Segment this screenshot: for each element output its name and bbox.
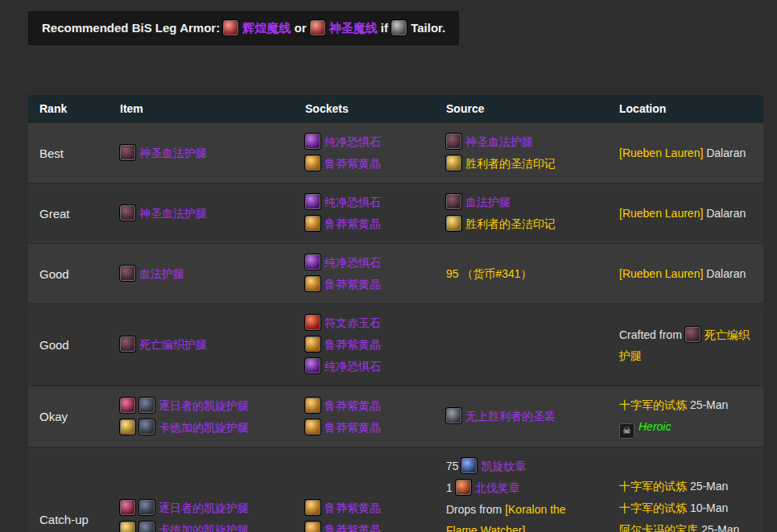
seal-icon[interactable]	[446, 216, 461, 231]
vendor-link[interactable]: [Rueben Lauren]	[619, 267, 703, 280]
gem-icon[interactable]	[305, 276, 320, 291]
gem-icon[interactable]	[305, 398, 320, 413]
raid-link[interactable]: 十字军的试炼	[619, 398, 687, 411]
item-icon[interactable]	[139, 419, 155, 435]
emblem-qty: 75	[446, 460, 459, 472]
spellthread-icon[interactable]	[310, 20, 325, 35]
gem-icon[interactable]	[305, 254, 320, 270]
location-text: Dalaran	[703, 146, 746, 159]
emblem-icon[interactable]	[461, 458, 477, 473]
heroic-link[interactable]: Heroic	[639, 420, 671, 433]
gem-link[interactable]: 纯净恐惧石	[324, 256, 381, 269]
gem-link[interactable]: 鲁莽紫黄晶	[324, 338, 381, 351]
gem-link[interactable]: 鲁莽紫黄晶	[324, 501, 381, 514]
source-item-icon[interactable]	[446, 194, 461, 209]
item-icon[interactable]	[120, 336, 135, 352]
gem-icon[interactable]	[305, 336, 320, 352]
item-icon[interactable]	[120, 145, 135, 160]
emblem-link[interactable]: 凯旋纹章	[481, 460, 526, 472]
item-icon[interactable]	[139, 500, 155, 515]
medal-qty: 1	[446, 481, 453, 494]
source-item-link[interactable]: 血法护腿	[465, 196, 510, 208]
item-icon[interactable]	[120, 205, 135, 221]
page-content: Recommended BiS Leg Armor: 辉煌魔线 or 神圣魔线 …	[28, 11, 763, 532]
rank-label: Good	[39, 267, 69, 281]
skull-icon: ☠	[619, 423, 634, 439]
gem-icon[interactable]	[305, 155, 320, 171]
vendor-link[interactable]: [Rueben Lauren]	[619, 146, 703, 159]
rank-label: Catch-up	[39, 513, 89, 526]
token-icon[interactable]	[120, 398, 135, 413]
bis-item-link-1[interactable]: 辉煌魔线	[242, 21, 291, 35]
gem-link[interactable]: 鲁莽紫黄晶	[324, 217, 381, 230]
currency-cost: 95 （货币#341）	[446, 267, 532, 280]
table-row: Good 血法护腿 纯净恐惧石 鲁莽紫黄晶 95 （货币#341） [Ruebe…	[28, 244, 763, 304]
item-link[interactable]: 神圣血法护腿	[139, 207, 207, 220]
table-row: Great 神圣血法护腿 纯净恐惧石 鲁莽紫黄晶 血法护腿 胜利者的圣洁印记 […	[28, 184, 763, 244]
source-seal-link[interactable]: 胜利者的圣洁印记	[465, 217, 556, 230]
bis-item-link-2[interactable]: 神圣魔线	[329, 21, 378, 35]
gem-link[interactable]: 鲁莽紫黄晶	[324, 278, 381, 291]
item-icon[interactable]	[120, 266, 135, 281]
gem-link[interactable]: 纯净恐惧石	[324, 360, 381, 373]
source-item-link[interactable]: 无上胜利者的圣装	[465, 410, 556, 423]
token-icon[interactable]	[120, 500, 135, 515]
gem-icon[interactable]	[305, 216, 320, 231]
item-link[interactable]: 逐日者的凯旋护腿	[159, 501, 249, 514]
callout-label: Recommended BiS Leg Armor:	[42, 21, 220, 35]
gem-link[interactable]: 鲁莽紫黄晶	[324, 523, 381, 532]
item-icon[interactable]	[139, 398, 155, 413]
gem-icon[interactable]	[305, 315, 320, 330]
table-row: Good 死亡编织护腿 符文赤玉石 鲁莽紫黄晶 纯净恐惧石 Crafted fr…	[28, 304, 763, 386]
table-row: Okay 逐日者的凯旋护腿 卡德加的凯旋护腿 鲁莽紫黄晶 鲁莽紫黄晶 无上胜利者…	[28, 386, 763, 447]
gem-icon[interactable]	[305, 194, 320, 209]
raid-link[interactable]: 十字军的试炼	[619, 480, 687, 493]
tailoring-icon[interactable]	[391, 20, 407, 35]
drops-from-text: Drops from	[446, 503, 505, 516]
location-text: Dalaran	[703, 267, 746, 280]
item-link[interactable]: 卡德加的凯旋护腿	[159, 523, 249, 532]
item-link[interactable]: 卡德加的凯旋护腿	[159, 421, 249, 434]
location-text: Dalaran	[703, 207, 746, 220]
medal-link[interactable]: 北伐奖章	[475, 481, 520, 494]
spellthread-icon[interactable]	[223, 20, 238, 35]
rank-label: Great	[39, 207, 70, 221]
token-icon[interactable]	[120, 522, 135, 532]
item-link[interactable]: 神圣血法护腿	[139, 146, 207, 159]
gem-link[interactable]: 符文赤玉石	[324, 316, 381, 329]
token-set-icon[interactable]	[446, 408, 461, 423]
header-source: Source	[435, 95, 608, 123]
source-seal-link[interactable]: 胜利者的圣洁印记	[465, 157, 556, 170]
gem-link[interactable]: 纯净恐惧石	[324, 196, 381, 208]
vendor-link[interactable]: [Rueben Lauren]	[619, 207, 703, 220]
seal-icon[interactable]	[446, 155, 461, 171]
gem-link[interactable]: 鲁莽紫黄晶	[324, 399, 381, 412]
item-icon[interactable]	[139, 522, 155, 532]
table-row: Catch-up 逐日者的凯旋护腿 卡德加的凯旋护腿 鲁莽紫黄晶 鲁莽紫黄晶 7…	[28, 447, 763, 532]
gem-icon[interactable]	[305, 522, 320, 532]
source-item-icon[interactable]	[446, 134, 461, 149]
raid-link[interactable]: 十字军的试炼	[619, 501, 687, 514]
crafted-item-icon[interactable]	[685, 327, 701, 342]
raid-link[interactable]: 阿尔卡冯的宝库	[619, 523, 698, 532]
source-item-link[interactable]: 神圣血法护腿	[465, 135, 533, 148]
bis-table: Rank Item Sockets Source Location Best 神…	[28, 95, 763, 532]
raid-size-text: 25-Man	[687, 398, 728, 411]
gem-link[interactable]: 鲁莽紫黄晶	[324, 421, 381, 434]
gem-icon[interactable]	[305, 419, 320, 435]
table-header-row: Rank Item Sockets Source Location	[28, 95, 763, 123]
item-link[interactable]: 死亡编织护腿	[139, 338, 207, 351]
item-link[interactable]: 逐日者的凯旋护腿	[159, 399, 249, 412]
gem-icon[interactable]	[305, 500, 320, 515]
gem-icon[interactable]	[305, 134, 320, 149]
if-text: if	[381, 21, 391, 35]
medal-icon[interactable]	[456, 480, 471, 495]
table-row: Best 神圣血法护腿 纯净恐惧石 鲁莽紫黄晶 神圣血法护腿 胜利者的圣洁印记 …	[28, 123, 763, 184]
gem-icon[interactable]	[305, 358, 320, 373]
gem-link[interactable]: 纯净恐惧石	[324, 135, 381, 148]
item-link[interactable]: 血法护腿	[139, 267, 184, 280]
gem-link[interactable]: 鲁莽紫黄晶	[324, 157, 381, 170]
token-icon[interactable]	[120, 419, 135, 435]
rank-label: Okay	[39, 410, 68, 423]
raid-size-text: 25-Man	[687, 480, 728, 493]
